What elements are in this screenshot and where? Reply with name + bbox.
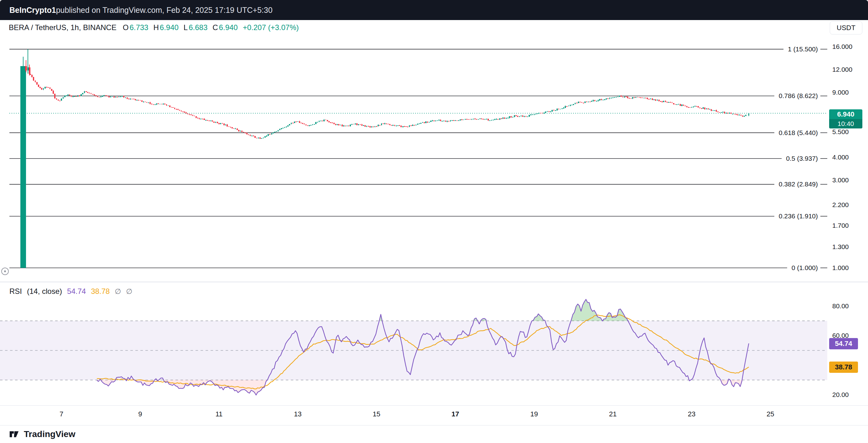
- time-axis-label: 25: [767, 410, 774, 418]
- high-value: 6.940: [160, 23, 179, 32]
- time-axis-label: 13: [294, 410, 302, 418]
- bar-countdown: 10:40: [829, 119, 862, 128]
- svg-text:9.000: 9.000: [832, 89, 849, 96]
- symbol-title[interactable]: BERA / TetherUS, 1h, BINANCE: [9, 23, 117, 32]
- open-value: 6.733: [129, 23, 148, 32]
- time-axis-label: 11: [215, 410, 222, 418]
- rsi-axis[interactable]: 80.0060.0020.00: [832, 302, 849, 398]
- current-price-value: 6.940: [829, 109, 862, 119]
- svg-text:20.00: 20.00: [832, 391, 849, 398]
- high-label: H: [153, 23, 159, 32]
- time-axis-label: 23: [688, 410, 695, 418]
- chart-canvas[interactable]: 1 (15.500)0.786 (8.622)0.618 (5.440)0.5 …: [0, 35, 868, 405]
- tradingview-logo[interactable]: [9, 429, 20, 440]
- svg-text:0.236 (1.910): 0.236 (1.910): [779, 213, 818, 220]
- fib-anchor-icon[interactable]: [2, 268, 8, 275]
- fib-retracement-levels[interactable]: 1 (15.500)0.786 (8.622)0.618 (5.440)0.5 …: [9, 45, 827, 271]
- rsi-title: RSI: [9, 287, 22, 296]
- price-axis[interactable]: 16.00012.0009.0005.5004.0003.0002.2001.7…: [832, 43, 852, 271]
- publisher-username-link[interactable]: BeInCrypto1: [9, 6, 56, 15]
- ohlc-values: O6.733 H6.940 L6.683 C6.940 +0.207 (+3.0…: [123, 23, 299, 32]
- svg-text:1 (15.500): 1 (15.500): [788, 45, 818, 53]
- open-pair: O6.733: [123, 23, 149, 32]
- svg-text:0.382 (2.849): 0.382 (2.849): [779, 181, 818, 188]
- symbol-info-row: BERA / TetherUS, 1h, BINANCE O6.733 H6.9…: [0, 20, 815, 35]
- svg-text:0.786 (8.622): 0.786 (8.622): [779, 92, 818, 99]
- svg-text:0 (1.000): 0 (1.000): [792, 264, 818, 271]
- time-axis[interactable]: 791113151719212325: [0, 405, 868, 422]
- brand-name[interactable]: TradingView: [24, 429, 75, 439]
- rsi-ma-value: 38.78: [91, 287, 110, 296]
- open-label: O: [123, 23, 129, 32]
- time-axis-label: 19: [530, 410, 538, 418]
- rsi-value-badge: 54.74: [829, 338, 858, 349]
- svg-text:1.300: 1.300: [832, 243, 849, 250]
- svg-text:1.000: 1.000: [832, 264, 849, 271]
- svg-text:16.000: 16.000: [832, 43, 852, 50]
- tradingview-published-chart: BeInCrypto1 published on TradingView.com…: [0, 0, 868, 443]
- hidden-band-value-icon: ∅: [126, 287, 132, 296]
- svg-text:3.000: 3.000: [832, 177, 849, 184]
- svg-text:0.618 (5.440): 0.618 (5.440): [779, 129, 818, 136]
- footer-bar: TradingView: [0, 425, 868, 443]
- svg-text:0.5 (3.937): 0.5 (3.937): [786, 155, 818, 162]
- low-label: L: [184, 23, 188, 32]
- rsi-params: (14, close): [27, 287, 62, 296]
- svg-text:4.000: 4.000: [832, 154, 849, 161]
- svg-text:80.00: 80.00: [832, 302, 849, 310]
- time-axis-label: 21: [609, 410, 617, 418]
- currency-toggle-button[interactable]: USDT: [830, 21, 862, 34]
- rsi-ma-value-badge: 38.78: [829, 361, 858, 373]
- svg-text:12.000: 12.000: [832, 66, 852, 73]
- change-value: +0.207 (+3.07%): [243, 23, 299, 32]
- time-axis-label: 7: [60, 410, 63, 418]
- publish-info-bar: BeInCrypto1 published on TradingView.com…: [0, 0, 868, 20]
- high-pair: H6.940: [153, 23, 178, 32]
- hidden-band-value-icon: ∅: [115, 287, 121, 296]
- svg-text:1.700: 1.700: [832, 222, 849, 229]
- low-pair: L6.683: [184, 23, 208, 32]
- rsi-indicator-legend[interactable]: RSI (14, close) 54.74 38.78 ∅ ∅: [9, 287, 132, 296]
- publish-info-text: published on TradingView.com, Feb 24, 20…: [56, 6, 273, 15]
- svg-text:5.500: 5.500: [832, 128, 849, 135]
- rsi-value: 54.74: [67, 287, 86, 296]
- close-value: 6.940: [219, 23, 238, 32]
- close-label: C: [213, 23, 218, 32]
- svg-text:2.200: 2.200: [832, 201, 849, 208]
- time-axis-label: 9: [138, 410, 142, 418]
- current-price-badge: 6.940 10:40: [829, 109, 862, 128]
- time-axis-label: 17: [452, 410, 459, 418]
- close-pair: C6.940: [213, 23, 238, 32]
- time-axis-label: 15: [373, 410, 380, 418]
- low-value: 6.683: [189, 23, 208, 32]
